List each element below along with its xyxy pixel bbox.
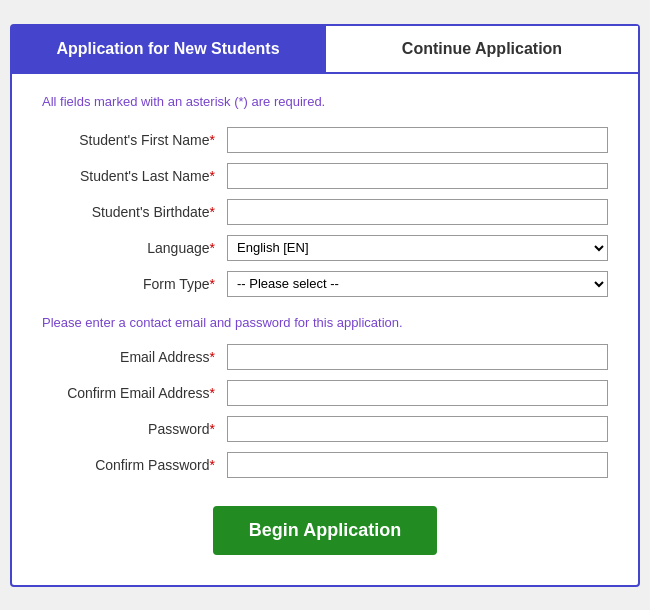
- language-label: Language*: [42, 240, 227, 256]
- email-label: Email Address*: [42, 349, 227, 365]
- password-row: Password*: [42, 416, 608, 442]
- first-name-row: Student's First Name*: [42, 127, 608, 153]
- confirm-email-row: Confirm Email Address*: [42, 380, 608, 406]
- birthdate-input[interactable]: [227, 199, 608, 225]
- language-select[interactable]: English [EN] Spanish [ES] French [FR]: [227, 235, 608, 261]
- email-input[interactable]: [227, 344, 608, 370]
- form-type-row: Form Type* -- Please select -- Option A …: [42, 271, 608, 297]
- confirm-email-input[interactable]: [227, 380, 608, 406]
- form-area: All fields marked with an asterisk (*) a…: [12, 74, 638, 585]
- last-name-input[interactable]: [227, 163, 608, 189]
- first-name-label: Student's First Name*: [42, 132, 227, 148]
- confirm-email-label: Confirm Email Address*: [42, 385, 227, 401]
- submit-area: Begin Application: [42, 506, 608, 555]
- application-panel: Application for New Students Continue Ap…: [10, 24, 640, 587]
- form-type-select[interactable]: -- Please select -- Option A Option B: [227, 271, 608, 297]
- birthdate-label: Student's Birthdate*: [42, 204, 227, 220]
- first-name-input[interactable]: [227, 127, 608, 153]
- password-label: Password*: [42, 421, 227, 437]
- begin-application-button[interactable]: Begin Application: [213, 506, 437, 555]
- last-name-label: Student's Last Name*: [42, 168, 227, 184]
- password-input[interactable]: [227, 416, 608, 442]
- confirm-password-row: Confirm Password*: [42, 452, 608, 478]
- last-name-row: Student's Last Name*: [42, 163, 608, 189]
- form-type-label: Form Type*: [42, 276, 227, 292]
- contact-note: Please enter a contact email and passwor…: [42, 315, 608, 330]
- tab-bar: Application for New Students Continue Ap…: [12, 26, 638, 74]
- email-row: Email Address*: [42, 344, 608, 370]
- birthdate-row: Student's Birthdate*: [42, 199, 608, 225]
- confirm-password-label: Confirm Password*: [42, 457, 227, 473]
- tab-continue-application[interactable]: Continue Application: [324, 26, 638, 72]
- confirm-password-input[interactable]: [227, 452, 608, 478]
- required-note: All fields marked with an asterisk (*) a…: [42, 94, 608, 109]
- language-row: Language* English [EN] Spanish [ES] Fren…: [42, 235, 608, 261]
- tab-new-students[interactable]: Application for New Students: [12, 26, 324, 72]
